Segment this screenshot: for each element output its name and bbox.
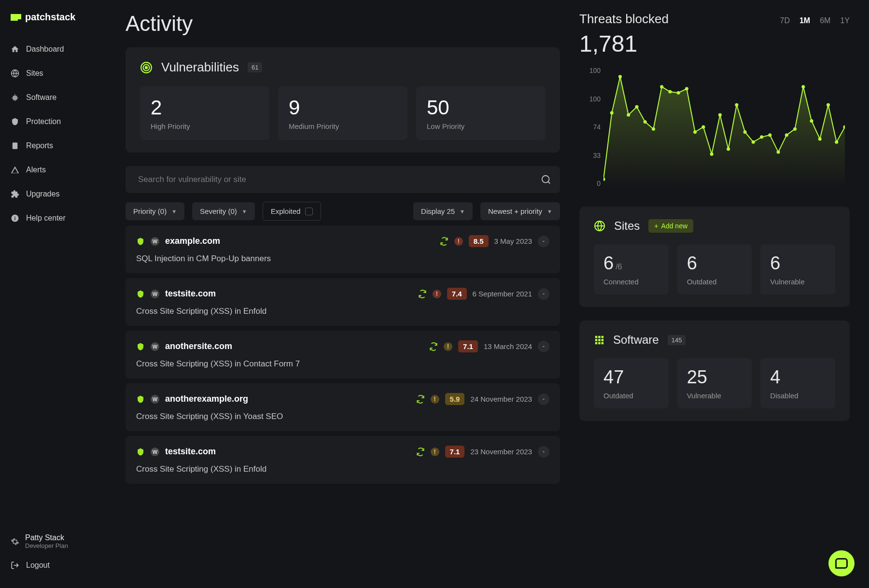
warning-icon: ! [454, 237, 463, 246]
vuln-total-badge: 61 [248, 62, 262, 72]
expand-button[interactable] [538, 341, 549, 352]
vuln-date: 13 March 2024 [484, 342, 532, 350]
vulnerability-row[interactable]: W anotherexample.org ! 5.9 24 November 2… [126, 383, 560, 431]
stat-number: 6 [770, 253, 780, 273]
home-icon [11, 45, 19, 54]
expand-button[interactable] [538, 393, 549, 405]
gear-icon [11, 537, 19, 546]
software-badge: 145 [668, 335, 686, 345]
checkbox-icon[interactable] [305, 208, 313, 215]
filter-sort[interactable]: Newest + priority▼ [480, 202, 560, 220]
warning-icon: ! [431, 395, 439, 404]
nav-dashboard[interactable]: Dashboard [0, 37, 106, 61]
range-tab-1M[interactable]: 1M [799, 16, 810, 25]
refresh-icon[interactable] [440, 237, 449, 246]
nav-help[interactable]: i Help center [0, 206, 106, 230]
search-input[interactable] [134, 166, 541, 193]
svg-point-16 [668, 90, 672, 94]
nav-label: Reports [26, 141, 53, 150]
svg-rect-41 [602, 336, 604, 338]
expand-button[interactable] [538, 288, 549, 300]
svg-point-31 [793, 127, 797, 131]
svg-rect-40 [598, 336, 601, 338]
svg-point-18 [685, 87, 688, 90]
cvss-score-badge: 8.5 [469, 235, 489, 247]
nav-label: Alerts [26, 166, 46, 174]
search-bar [126, 166, 560, 193]
sidebar: patchstack Dashboard Sites Software Prot… [0, 0, 106, 588]
svg-text:i: i [14, 215, 16, 221]
chevron-down-icon: ▼ [171, 209, 177, 214]
range-tab-6M[interactable]: 6M [820, 16, 830, 25]
stat-label: Vulnerable [687, 392, 743, 400]
filter-severity[interactable]: Severity (0)▼ [192, 202, 255, 220]
site-stat-box[interactable]: 6 Vulnerable [760, 244, 835, 294]
range-tab-7D[interactable]: 7D [780, 16, 790, 25]
stat-label: Disabled [770, 392, 826, 400]
vuln-description: Cross Site Scripting (XSS) in Enfold [136, 464, 549, 474]
filter-exploited[interactable]: Exploited [263, 202, 322, 221]
y-tick: 74 [579, 123, 601, 131]
svg-point-9 [610, 111, 614, 114]
stat-number: 4 [770, 367, 826, 388]
user-plan: Developer Plan [25, 542, 68, 549]
svg-point-32 [801, 85, 805, 88]
logout-label: Logout [26, 561, 50, 570]
stat-label: Medium Priority [289, 122, 397, 130]
threats-title: Threats blocked [579, 12, 669, 27]
nav-upgrades[interactable]: Upgrades [0, 182, 106, 206]
filter-display[interactable]: Display 25▼ [413, 202, 473, 220]
chevron-down-icon: ▼ [242, 209, 247, 214]
range-tab-1Y[interactable]: 1Y [840, 16, 850, 25]
vulnerability-row[interactable]: W example.com ! 8.5 3 May 2023 SQL Injec… [126, 225, 560, 273]
logo[interactable]: patchstack [0, 12, 106, 37]
refresh-icon[interactable] [416, 395, 425, 404]
stat-sub: /6 [616, 263, 622, 271]
svg-point-20 [701, 126, 705, 129]
refresh-icon[interactable] [418, 290, 427, 298]
refresh-icon[interactable] [429, 342, 438, 351]
stat-label: Connected [603, 278, 659, 286]
site-stat-box[interactable]: 6/6 Connected [594, 244, 669, 294]
wordpress-icon: W [151, 237, 159, 246]
threats-total: 1,781 [579, 30, 850, 57]
logout-button[interactable]: Logout [0, 554, 106, 576]
wordpress-icon: W [151, 448, 159, 456]
stat-box[interactable]: 50 Low Priority [416, 86, 546, 140]
refresh-icon[interactable] [416, 448, 425, 456]
software-stat-box[interactable]: 4 Disabled [760, 358, 835, 408]
filter-priority[interactable]: Priority (0)▼ [126, 202, 184, 220]
shield-check-icon [136, 448, 145, 456]
software-stat-box[interactable]: 25 Vulnerable [677, 358, 752, 408]
vuln-date: 23 November 2023 [470, 448, 532, 456]
software-stat-box[interactable]: 47 Outdated [594, 358, 669, 408]
plus-icon: + [654, 222, 658, 230]
nav-reports[interactable]: Reports [0, 134, 106, 158]
nav-alerts[interactable]: Alerts [0, 158, 106, 182]
expand-button[interactable] [538, 446, 549, 458]
site-stat-box[interactable]: 6 Outdated [677, 244, 752, 294]
chat-fab[interactable] [828, 550, 855, 576]
vulnerability-row[interactable]: W anothersite.com ! 7.1 13 March 2024 Cr… [126, 331, 560, 378]
svg-point-15 [660, 85, 663, 88]
svg-point-36 [835, 140, 838, 144]
stat-box[interactable]: 2 High Priority [140, 86, 269, 140]
nav-sites[interactable]: Sites [0, 61, 106, 85]
y-tick: 100 [579, 95, 601, 103]
vulnerability-row[interactable]: W testsite.com ! 7.4 6 September 2021 Cr… [126, 278, 560, 326]
svg-point-34 [818, 138, 822, 141]
svg-point-25 [743, 130, 747, 134]
nav-label: Dashboard [26, 45, 64, 54]
expand-button[interactable] [538, 236, 549, 247]
threats-header: Threats blocked 7D1M6M1Y [579, 12, 850, 27]
shield-check-icon [136, 395, 145, 404]
add-site-button[interactable]: + Add new [648, 219, 693, 233]
nav-software[interactable]: Software [0, 85, 106, 110]
vulnerability-row[interactable]: W testsite.com ! 7.1 23 November 2023 Cr… [126, 436, 560, 484]
search-icon[interactable] [541, 174, 551, 185]
vulnerabilities-card: Vulnerabilities 61 2 High Priority 9 Med… [126, 47, 560, 153]
svg-line-7 [548, 182, 550, 183]
user-block[interactable]: Patty Stack Developer Plan [0, 529, 106, 554]
stat-box[interactable]: 9 Medium Priority [278, 86, 407, 140]
nav-protection[interactable]: Protection [0, 110, 106, 134]
